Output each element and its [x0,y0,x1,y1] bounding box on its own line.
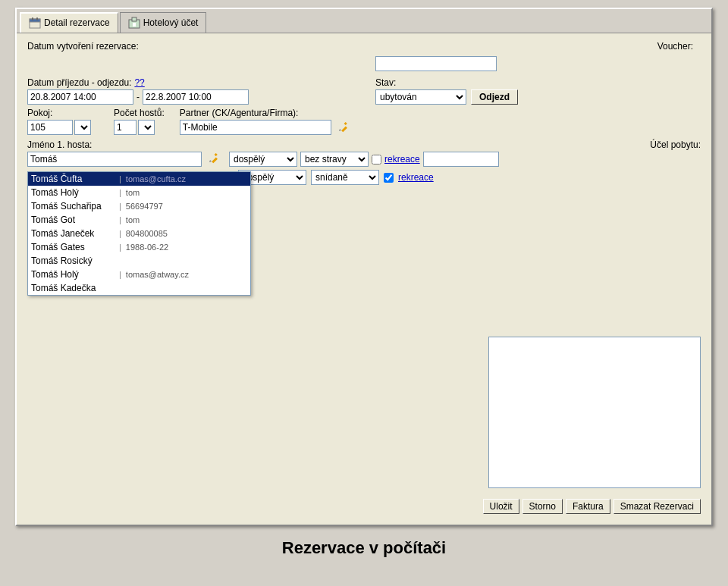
svg-rect-3 [36,17,38,20]
date-from-input[interactable]: 20.8.2007 14:00 [27,89,133,105]
ac-email-4: 804800085 [126,229,168,238]
svg-marker-8 [339,129,341,131]
pencil-icon [337,121,350,133]
rekreace-label[interactable]: rekreace [384,154,420,165]
ucel-label: Účel pobytu: [650,139,701,150]
pocet-hostu-select[interactable] [138,120,155,135]
svg-rect-6 [133,23,136,27]
partner-row: T-Mobile [180,120,701,135]
svg-rect-1 [30,19,40,22]
date-to-input[interactable]: 22.8.2007 10:00 [143,89,249,105]
ac-email-2: 56694797 [126,202,163,211]
ac-sep-5: | [119,243,121,252]
ulozit-button[interactable]: Uložit [483,499,519,514]
tab-hotelovy-ucet[interactable]: Hotelový účet [120,12,207,33]
svg-rect-2 [32,17,33,20]
svg-rect-5 [132,17,136,21]
svg-rect-12 [215,153,218,156]
svg-rect-9 [344,122,347,125]
footer-buttons: Uložit Storno Faktura Smazat Rezervaci [27,499,701,514]
ac-name-1: Tomáš Holý [31,187,115,198]
svg-rect-7 [341,127,347,133]
ucel-input[interactable] [423,152,499,167]
ac-email-5: 1988-06-22 [126,243,168,252]
ac-sep-1: | [119,188,121,197]
datum-vytvoreni-row: Datum vytvoření rezervace: Voucher: [27,41,701,52]
stav-select[interactable]: ubytován [375,89,466,105]
tab-bar: Detail rezervace Hotelový účet [17,9,711,33]
ac-name-0: Tomáš Čufta [31,174,115,184]
ac-name-3: Tomáš Got [31,215,115,225]
ac-sep-7: | [119,270,121,279]
jmeno-label: Jméno 1. hosta: [27,139,92,150]
form-content: Datum vytvoření rezervace: Voucher: Datu… [17,33,711,525]
autocomplete-dropdown: Tomáš Čufta | tomas@cufta.cz Tomáš Holý … [27,171,251,296]
date-separator: - [136,92,140,102]
ac-name-6: Tomáš Rosický [31,255,115,266]
ac-name-7: Tomáš Holý [31,269,115,280]
notes-area [488,337,701,488]
pokoj-group: Pokoj: 105 [27,108,91,135]
ac-sep-2: | [119,202,121,211]
partner-group: Partner (CK/Agentura/Firma): T-Mobile [180,108,701,135]
tab-detail-label: Detail rezervace [44,17,110,28]
question-marks[interactable]: ?? [134,77,144,88]
faktura-button[interactable]: Faktura [566,499,610,514]
partner-input[interactable]: T-Mobile [180,120,331,135]
jmeno-input[interactable] [27,152,202,167]
svg-marker-11 [209,160,212,162]
storno-button[interactable]: Storno [522,499,563,514]
stav-row: ubytován Odjezd [375,89,701,105]
pokoj-label: Pokoj: [27,108,91,118]
ac-item-5[interactable]: Tomáš Gates | 1988-06-22 [28,240,250,254]
stav-label: Stav: [375,77,396,88]
smazat-button[interactable]: Smazat Rezervaci [613,499,701,514]
partner-label: Partner (CK/Agentura/Firma): [180,108,701,118]
ac-item-1[interactable]: Tomáš Holý | tom [28,186,250,199]
ac-email-1: tom [126,188,140,197]
main-window: Detail rezervace Hotelový účet Datum vyt… [15,8,713,526]
ac-item-0[interactable]: Tomáš Čufta | tomas@cufta.cz [28,172,250,186]
pencil-icon-2 [208,152,220,165]
pocet-hostu-label: Počet hostů: [114,108,165,118]
rekreace2-label[interactable]: rekreace [398,172,434,183]
calendar-icon [29,17,41,29]
ac-email-7: tomas@atway.cz [126,270,189,279]
pokoj-input[interactable]: 105 [27,120,73,135]
rekreace2-checkbox[interactable] [384,173,394,183]
dospely-select[interactable]: dospělý [229,152,297,167]
guest-name-section: Tomáš Čufta | tomas@cufta.cz Tomáš Holý … [27,152,221,167]
ac-item-8[interactable]: Tomáš Kadečka [28,281,250,295]
date-range: 20.8.2007 14:00 - 22.8.2007 10:00 [27,89,353,105]
page-title: Rezervace v počítači [282,538,446,558]
rekreace-checkbox[interactable] [372,155,381,165]
svg-rect-10 [212,158,218,164]
ac-name-8: Tomáš Kadečka [31,283,115,293]
ac-email-3: tom [126,215,140,224]
partner-edit-button[interactable] [336,121,351,133]
pocet-hostu-group: Počet hostů: 1 [114,108,165,135]
pocet-hostu-input[interactable]: 1 [114,120,136,135]
odjezd-button[interactable]: Odjezd [471,89,518,105]
ac-item-4[interactable]: Tomáš Janeček | 804800085 [28,227,250,240]
ac-item-6[interactable]: Tomáš Rosický [28,254,250,268]
strava2-select[interactable]: snídaně [311,170,379,185]
ac-name-5: Tomáš Gates [31,242,115,252]
ac-item-2[interactable]: Tomáš Suchařipa | 56694797 [28,199,250,213]
datum-vytvoreni-label: Datum vytvoření rezervace: [27,41,139,52]
voucher-input[interactable] [375,56,497,71]
strava-select[interactable]: bez stravy [300,152,369,167]
ac-name-2: Tomáš Suchařipa [31,201,115,212]
tab-hotel-label: Hotelový účet [143,17,199,28]
ac-sep-4: | [119,229,121,238]
ac-item-3[interactable]: Tomáš Got | tom [28,213,250,227]
ac-item-7[interactable]: Tomáš Holý | tomas@atway.cz [28,268,250,281]
tab-detail-rezervace[interactable]: Detail rezervace [20,12,118,33]
pokoj-select[interactable] [74,120,91,135]
ac-name-4: Tomáš Janeček [31,228,115,239]
voucher-label: Voucher: [657,41,693,52]
ac-email-0: tomas@cufta.cz [126,174,186,183]
datum-prijezdu-label: Datum příjezdu - odjezdu: [27,77,131,88]
hotel-icon [128,17,140,29]
jmeno-edit-button[interactable] [206,152,221,165]
